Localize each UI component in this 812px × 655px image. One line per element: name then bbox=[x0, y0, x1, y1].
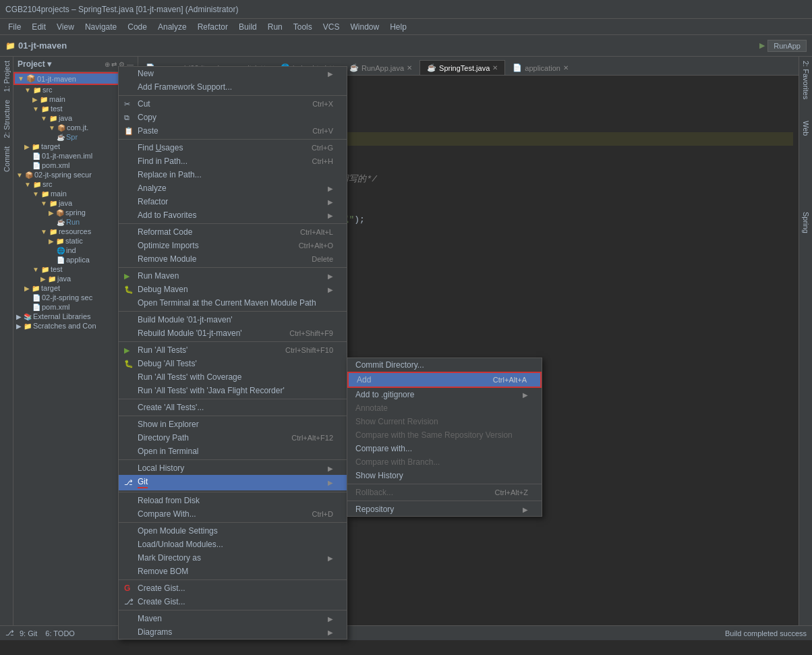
ctx-open-terminal-maven[interactable]: Open Terminal at the Current Maven Modul… bbox=[119, 296, 347, 310]
menu-edit[interactable]: Edit bbox=[26, 21, 51, 33]
ctx-sep-2 bbox=[119, 139, 347, 140]
ctx-open-module-settings[interactable]: Open Module Settings bbox=[119, 524, 347, 538]
ctx-run-all-jfr[interactable]: Run 'All Tests' with 'Java Flight Record… bbox=[119, 384, 347, 397]
ctx-replace-in-path[interactable]: Replace in Path... bbox=[119, 168, 347, 181]
menu-tools[interactable]: Tools bbox=[288, 21, 318, 33]
ctx-local-history[interactable]: Local History ▶ bbox=[119, 461, 347, 475]
git-rollback: Rollback... Ctrl+Alt+Z bbox=[347, 486, 542, 499]
ctx-create-gist-2-label: Create Gist... bbox=[138, 597, 185, 606]
menu-help[interactable]: Help bbox=[384, 21, 412, 33]
bottom-tab-git[interactable]: 9: Git bbox=[20, 629, 37, 637]
menu-window[interactable]: Window bbox=[345, 21, 384, 33]
menu-run[interactable]: Run bbox=[262, 21, 288, 33]
ctx-diagrams[interactable]: Diagrams ▶ bbox=[119, 625, 347, 639]
tab-springtest[interactable]: ☕ SpringTest.java ✕ bbox=[419, 60, 505, 75]
tab-runapp-close[interactable]: ✕ bbox=[407, 64, 412, 72]
ctx-copy[interactable]: ⧉ Copy bbox=[119, 111, 347, 124]
menu-file[interactable]: File bbox=[3, 21, 26, 33]
ctx-sep-5 bbox=[119, 311, 347, 312]
tree-label-applica2: applica bbox=[66, 256, 90, 264]
git-submenu: Commit Directory... Add Ctrl+Alt+A Add t… bbox=[347, 358, 542, 517]
git-repository[interactable]: Repository ▶ bbox=[347, 503, 542, 516]
ctx-run-maven[interactable]: ▶ Run Maven ▶ bbox=[119, 269, 347, 283]
ctx-run-all-label: Run 'All Tests' bbox=[138, 345, 187, 355]
menu-analyze[interactable]: Analyze bbox=[152, 21, 192, 33]
ctx-mark-directory[interactable]: Mark Directory as ▶ bbox=[119, 551, 347, 565]
menu-navigate[interactable]: Navigate bbox=[80, 21, 122, 33]
ctx-reformat-code[interactable]: Reformat Code Ctrl+Alt+L bbox=[119, 225, 347, 239]
debug-all-icon: 🐛 bbox=[124, 360, 134, 368]
ctx-create-gist-1[interactable]: G Create Gist... bbox=[119, 581, 347, 595]
menu-bar: File Edit View Navigate Code Analyze Ref… bbox=[0, 19, 812, 35]
git-add[interactable]: Add Ctrl+Alt+A bbox=[347, 372, 542, 388]
ctx-reload-from-disk[interactable]: Reload from Disk bbox=[119, 494, 347, 507]
ctx-create-gist-2[interactable]: ⎇ Create Gist... bbox=[119, 595, 347, 608]
ctx-run-all-coverage[interactable]: Run 'All Tests' with Coverage bbox=[119, 370, 347, 384]
ctx-new-arrow: ▶ bbox=[328, 70, 333, 78]
ctx-create-all-tests[interactable]: Create 'All Tests'... bbox=[119, 401, 347, 414]
panel-label-favorites[interactable]: 2: Favorites bbox=[800, 57, 812, 103]
ctx-git-arrow: ▶ bbox=[328, 479, 333, 486]
git-commit-directory[interactable]: Commit Directory... bbox=[347, 358, 542, 372]
tab-application[interactable]: 📄 application ✕ bbox=[505, 60, 576, 75]
spring-panel-label[interactable]: Spring bbox=[799, 202, 812, 243]
ctx-open-in-terminal[interactable]: Open in Terminal bbox=[119, 445, 347, 458]
tree-label-target1: target bbox=[41, 142, 60, 150]
ctx-remove-bom[interactable]: Remove BOM bbox=[119, 565, 347, 578]
ctx-git[interactable]: ⎇ Git ▶ bbox=[119, 475, 347, 490]
ctx-create-gist-1-label: Create Gist... bbox=[138, 583, 185, 593]
ctx-debug-maven-label: Debug Maven bbox=[138, 285, 188, 294]
ctx-build-module[interactable]: Build Module '01-jt-maven' bbox=[119, 313, 347, 326]
ctx-load-unload-modules-label: Load/Unload Modules... bbox=[138, 540, 223, 549]
spring-label[interactable]: Spring bbox=[802, 212, 810, 233]
tab-springtest-close[interactable]: ✕ bbox=[492, 64, 498, 72]
git-show-history[interactable]: Show History bbox=[347, 469, 542, 482]
ctx-directory-path[interactable]: Directory Path Ctrl+Alt+F12 bbox=[119, 431, 347, 445]
ctx-cut-label: Cut bbox=[138, 99, 150, 109]
ctx-show-in-explorer[interactable]: Show in Explorer bbox=[119, 418, 347, 431]
tree-label-pom2: pom.xml bbox=[42, 303, 70, 311]
tab-application-close[interactable]: ✕ bbox=[563, 64, 569, 72]
ctx-cut[interactable]: ✂ Cut Ctrl+X bbox=[119, 97, 347, 111]
ctx-find-in-path[interactable]: Find in Path... Ctrl+H bbox=[119, 154, 347, 168]
menu-vcs[interactable]: VCS bbox=[318, 21, 345, 33]
ctx-debug-maven[interactable]: 🐛 Debug Maven ▶ bbox=[119, 283, 347, 296]
ctx-analyze[interactable]: Analyze ▶ bbox=[119, 181, 347, 195]
ctx-rebuild-module[interactable]: Rebuild Module '01-jt-maven' Ctrl+Shift+… bbox=[119, 326, 347, 340]
tab-springtest-label: SpringTest.java bbox=[439, 64, 490, 72]
git-compare-with[interactable]: Compare with... bbox=[347, 442, 542, 455]
git-compare-same-label: Compare with the Same Repository Version bbox=[355, 430, 513, 440]
status-build: Build completed success bbox=[725, 629, 807, 637]
run-button[interactable]: RunApp bbox=[767, 40, 807, 52]
git-show-current-label: Show Current Revision bbox=[355, 417, 438, 426]
ctx-load-unload-modules[interactable]: Load/Unload Modules... bbox=[119, 538, 347, 551]
ctx-refactor[interactable]: Refactor ▶ bbox=[119, 195, 347, 208]
ctx-maven[interactable]: Maven ▶ bbox=[119, 612, 347, 625]
ctx-new[interactable]: New ▶ bbox=[119, 67, 347, 80]
ctx-compare-with[interactable]: Compare With... Ctrl+D bbox=[119, 507, 347, 521]
panel-label-web[interactable]: Web bbox=[800, 117, 812, 140]
git-annotate-label: Annotate bbox=[355, 403, 388, 413]
menu-refactor[interactable]: Refactor bbox=[192, 21, 233, 33]
menu-build[interactable]: Build bbox=[233, 21, 262, 33]
bottom-tab-todo[interactable]: 6: TODO bbox=[45, 629, 75, 637]
ctx-sep-10 bbox=[119, 492, 347, 492]
ctx-optimize-imports[interactable]: Optimize Imports Ctrl+Alt+O bbox=[119, 239, 347, 252]
tab-runapp[interactable]: ☕ RunApp.java ✕ bbox=[342, 60, 419, 75]
ctx-paste[interactable]: 📋 Paste Ctrl+V bbox=[119, 124, 347, 138]
git-add-to-gitignore[interactable]: Add to .gitignore ▶ bbox=[347, 388, 542, 401]
ctx-run-all-tests[interactable]: ▶ Run 'All Tests' Ctrl+Shift+F10 bbox=[119, 343, 347, 357]
ctx-run-all-jfr-label: Run 'All Tests' with 'Java Flight Record… bbox=[138, 386, 285, 395]
panel-label-project[interactable]: 1: Project bbox=[0, 57, 13, 96]
git-compare-same-repo: Compare with the Same Repository Version bbox=[347, 428, 542, 442]
menu-code[interactable]: Code bbox=[122, 21, 152, 33]
menu-view[interactable]: View bbox=[51, 21, 80, 33]
ctx-remove-module[interactable]: Remove Module Delete bbox=[119, 252, 347, 266]
tree-label-test2: test bbox=[51, 265, 63, 273]
ctx-debug-all-tests[interactable]: 🐛 Debug 'All Tests' bbox=[119, 357, 347, 370]
ctx-add-to-favorites[interactable]: Add to Favorites ▶ bbox=[119, 208, 347, 222]
panel-label-commit[interactable]: Commit bbox=[0, 142, 13, 176]
panel-label-structure[interactable]: 2: Structure bbox=[0, 96, 13, 142]
ctx-find-usages[interactable]: Find Usages Ctrl+G bbox=[119, 141, 347, 154]
ctx-add-framework[interactable]: Add Framework Support... bbox=[119, 80, 347, 94]
